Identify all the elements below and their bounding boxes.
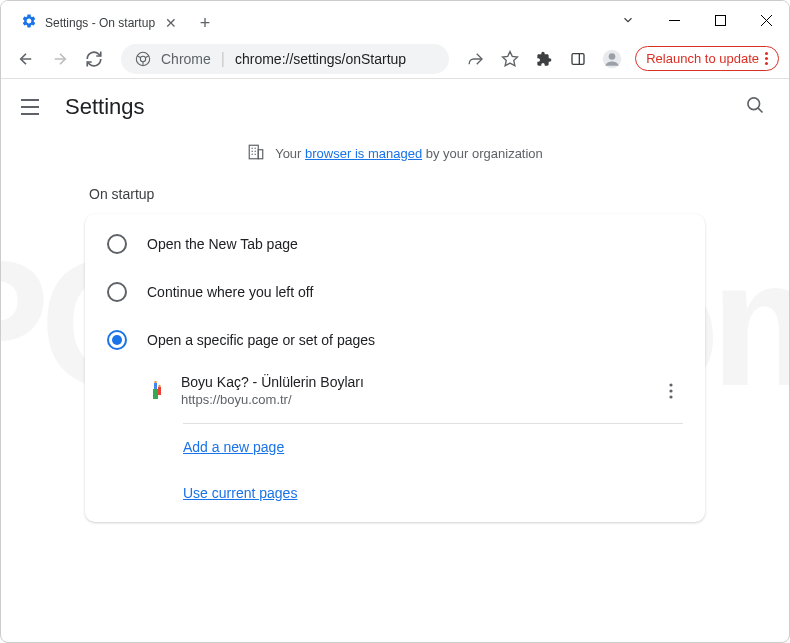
option-newtab[interactable]: Open the New Tab page: [85, 220, 705, 268]
svg-point-27: [154, 381, 156, 383]
radio-icon: [107, 234, 127, 254]
site-favicon-icon: [149, 381, 165, 401]
page-title: Settings: [65, 94, 145, 120]
profile-icon[interactable]: [597, 44, 627, 74]
page-more-button[interactable]: [659, 379, 683, 403]
close-tab-icon[interactable]: ✕: [163, 15, 179, 31]
chevron-down-icon[interactable]: [605, 1, 651, 39]
search-icon[interactable]: [745, 95, 769, 119]
reload-button[interactable]: [79, 44, 109, 74]
svg-rect-30: [153, 389, 158, 399]
svg-line-10: [137, 55, 140, 57]
svg-rect-26: [154, 383, 157, 389]
omnibox-prefix: Chrome: [161, 51, 211, 67]
svg-point-7: [140, 56, 145, 61]
relaunch-button[interactable]: Relaunch to update: [635, 46, 779, 71]
startup-card: Open the New Tab page Continue where you…: [85, 214, 705, 522]
close-window-button[interactable]: [743, 1, 789, 39]
svg-rect-12: [572, 53, 584, 64]
chrome-logo-icon: [135, 51, 151, 67]
section-title: On startup: [85, 182, 705, 214]
svg-point-15: [609, 53, 616, 60]
browser-tab[interactable]: Settings - On startup ✕: [9, 7, 191, 39]
svg-rect-28: [158, 387, 161, 395]
svg-marker-11: [503, 51, 518, 65]
startup-page-row: Boyu Kaç? - Ünlülerin Boyları https://bo…: [121, 364, 705, 417]
managed-link[interactable]: browser is managed: [305, 146, 422, 161]
new-tab-button[interactable]: +: [191, 7, 219, 39]
settings-favicon-icon: [21, 13, 37, 33]
svg-rect-1: [715, 15, 725, 25]
svg-line-8: [145, 55, 148, 57]
option-continue[interactable]: Continue where you left off: [85, 268, 705, 316]
more-menu-icon: [765, 52, 768, 65]
relaunch-label: Relaunch to update: [646, 51, 759, 66]
omnibox-divider: |: [221, 50, 225, 68]
page-entry-url: https://boyu.com.tr/: [181, 392, 643, 407]
svg-rect-18: [249, 145, 258, 159]
svg-point-33: [669, 395, 672, 398]
side-panel-icon[interactable]: [563, 44, 593, 74]
managed-banner: Your browser is managed by your organiza…: [21, 135, 769, 182]
radio-icon: [107, 282, 127, 302]
radio-icon: [107, 330, 127, 350]
menu-icon[interactable]: [21, 95, 45, 119]
add-page-link[interactable]: Add a new page: [183, 439, 284, 455]
minimize-button[interactable]: [651, 1, 697, 39]
share-icon[interactable]: [461, 44, 491, 74]
option-specific[interactable]: Open a specific page or set of pages: [85, 316, 705, 364]
svg-point-29: [158, 384, 160, 386]
building-icon: [247, 143, 265, 164]
svg-point-31: [669, 383, 672, 386]
back-button[interactable]: [11, 44, 41, 74]
omnibox-url: chrome://settings/onStartup: [235, 51, 406, 67]
maximize-button[interactable]: [697, 1, 743, 39]
extensions-icon[interactable]: [529, 44, 559, 74]
page-entry-title: Boyu Kaç? - Ünlülerin Boyları: [181, 374, 643, 390]
forward-button[interactable]: [45, 44, 75, 74]
svg-line-17: [758, 108, 763, 113]
tab-title: Settings - On startup: [45, 16, 155, 30]
address-bar[interactable]: Chrome | chrome://settings/onStartup: [121, 44, 449, 74]
svg-rect-19: [258, 150, 263, 159]
svg-point-16: [748, 98, 760, 110]
svg-point-32: [669, 389, 672, 392]
use-current-link[interactable]: Use current pages: [183, 485, 297, 501]
bookmark-icon[interactable]: [495, 44, 525, 74]
